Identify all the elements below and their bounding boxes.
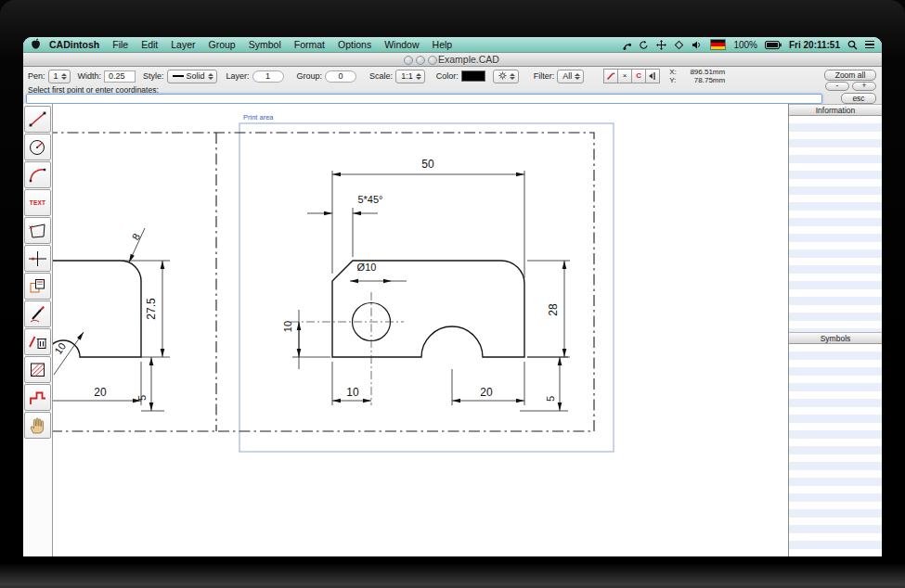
layer-label: Layer: <box>226 71 250 81</box>
modify-tool-button[interactable] <box>24 300 51 327</box>
pen-select[interactable]: 1 <box>48 70 71 83</box>
tool-palette: TEXT <box>23 104 53 556</box>
popup-arrows-icon <box>61 73 67 80</box>
scale-select[interactable]: 1:1 <box>395 70 425 83</box>
minimize-button[interactable] <box>416 56 425 65</box>
right-view: 50 5*45° Ø10 28 <box>282 158 570 411</box>
circle-tool-button[interactable] <box>24 134 51 160</box>
filter-label: Filter: <box>534 71 555 81</box>
notification-list-icon[interactable] <box>865 41 874 49</box>
dim-edge-offset-label: 5 <box>545 396 556 402</box>
style-label: Style: <box>143 71 164 81</box>
color-settings-select[interactable] <box>493 70 519 83</box>
menu-edit[interactable]: Edit <box>141 39 158 50</box>
pen-toggle-button[interactable] <box>603 69 618 83</box>
symbols-list <box>789 344 882 556</box>
dim-notch-width-label: 20 <box>480 386 493 399</box>
diamond-icon[interactable] <box>674 40 684 50</box>
style-select[interactable]: Solid <box>167 70 217 83</box>
color-swatch[interactable] <box>461 70 485 82</box>
cursor-coordinates: X:896.51mm Y:78.75mm <box>669 68 725 84</box>
delete-icon <box>27 332 48 352</box>
duplicate-tool-button[interactable] <box>24 273 51 300</box>
apple-icon[interactable] <box>31 38 41 52</box>
polyline-icon <box>27 388 48 407</box>
dim-fillet-label: 8 <box>130 232 142 242</box>
axis-tool-button[interactable] <box>24 245 51 272</box>
drawing-svg: Print area 27.5 <box>53 104 788 556</box>
polygon-icon <box>27 221 48 240</box>
menu-symbol[interactable]: Symbol <box>249 39 281 50</box>
dim-width-label: 20 <box>94 386 107 399</box>
menu-file[interactable]: File <box>112 39 128 50</box>
polyline-tool-button[interactable] <box>24 384 51 411</box>
menu-format[interactable]: Format <box>294 39 325 50</box>
spotlight-icon[interactable] <box>847 40 858 50</box>
line-style-sample <box>173 75 184 77</box>
popup-arrows-icon <box>575 73 580 80</box>
dim-width-label: 50 <box>421 158 434 171</box>
modify-icon <box>27 304 48 324</box>
menu-options[interactable]: Options <box>338 39 371 50</box>
close-button[interactable] <box>404 56 413 65</box>
drawing-frame <box>53 133 594 431</box>
volume-icon[interactable] <box>692 40 703 50</box>
group-label: Group: <box>297 71 323 81</box>
filter-select[interactable]: All <box>557 70 584 83</box>
menu-bar: CADintosh File Edit Layer Group Symbol F… <box>23 37 882 53</box>
information-list <box>789 116 882 332</box>
menu-layer[interactable]: Layer <box>171 39 195 50</box>
line-icon <box>27 109 48 129</box>
dim-hole-x-label: 10 <box>346 386 359 399</box>
coordinate-input[interactable] <box>26 94 822 104</box>
zoom-in-button[interactable]: + <box>852 82 876 91</box>
width-label: Width: <box>78 71 102 81</box>
sync-icon[interactable] <box>639 40 649 50</box>
move-icon[interactable] <box>656 40 666 50</box>
device-bezel: CADintosh File Edit Layer Group Symbol F… <box>0 0 905 588</box>
zoom-all-button[interactable]: Zoom all <box>824 70 876 81</box>
germany-flag-icon[interactable] <box>710 39 726 50</box>
menu-group[interactable]: Group <box>209 39 236 50</box>
menu-clock[interactable]: Fri 20:11:51 <box>789 40 840 50</box>
app-menu[interactable]: CADintosh <box>49 39 99 50</box>
window-title: Example.CAD <box>438 53 499 66</box>
screen: CADintosh File Edit Layer Group Symbol F… <box>23 37 882 556</box>
zoom-out-button[interactable]: - <box>825 82 849 91</box>
text-tool-button[interactable]: TEXT <box>24 189 51 216</box>
drawing-canvas[interactable]: Print area 27.5 <box>53 104 788 556</box>
popup-arrows-icon <box>208 73 213 80</box>
battery-icon[interactable] <box>765 41 782 49</box>
dim-height-label: 28 <box>547 303 560 316</box>
circle-icon <box>27 137 48 157</box>
layer-field[interactable]: 1 <box>252 70 284 83</box>
zoom-button[interactable] <box>428 56 437 65</box>
group-field[interactable]: 0 <box>325 70 356 83</box>
left-view: 27.5 8 10 20 5 <box>53 228 170 411</box>
dim-hole-label: Ø10 <box>357 262 377 273</box>
cursor-x-value: 896.51mm <box>682 68 725 76</box>
hand-icon <box>27 415 48 435</box>
main-area: TEXT <box>23 104 882 556</box>
line-tool-button[interactable] <box>24 106 51 133</box>
text-icon: TEXT <box>30 199 45 206</box>
information-panel-header: Information <box>789 104 882 116</box>
menu-window[interactable]: Window <box>384 39 419 50</box>
snap-toggle-button[interactable] <box>645 69 660 83</box>
pan-tool-button[interactable] <box>24 412 51 439</box>
hatch-tool-button[interactable] <box>24 356 51 383</box>
popup-arrows-icon <box>510 73 515 80</box>
polygon-tool-button[interactable] <box>24 217 51 244</box>
width-field[interactable]: 0.25 <box>104 70 136 83</box>
menu-help[interactable]: Help <box>433 39 453 50</box>
pen-label: Pen: <box>28 71 45 81</box>
dim-height-label: 27.5 <box>145 298 158 320</box>
copy-toggle-button[interactable]: C <box>631 69 646 83</box>
delete-toggle-button[interactable]: × <box>617 69 632 83</box>
phone-icon[interactable] <box>621 40 631 50</box>
esc-button[interactable]: esc <box>841 93 876 104</box>
arc-tool-button[interactable] <box>24 161 51 188</box>
dim-chamfer-label: 5*45° <box>357 194 382 205</box>
delete-tool-button[interactable] <box>24 328 51 355</box>
duplicate-icon <box>27 276 48 296</box>
